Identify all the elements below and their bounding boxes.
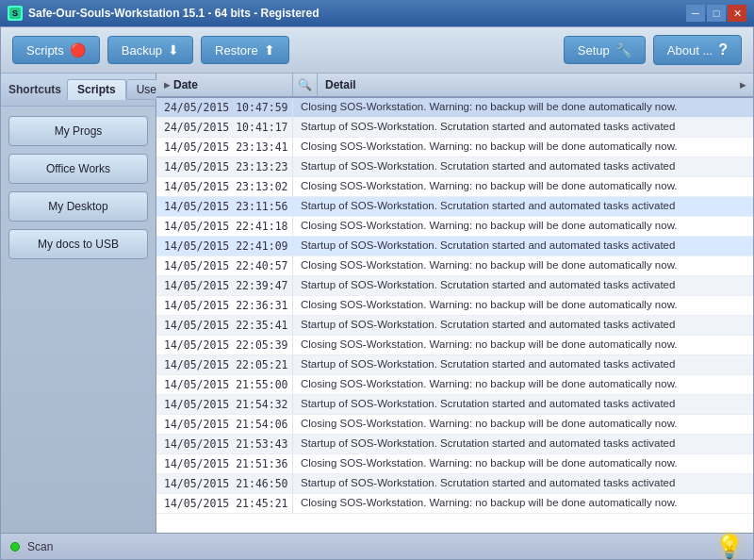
log-row[interactable]: 14/05/2015 21:54:06Closing SOS-Workstati… [156,415,753,435]
sidebar-nav-my-docs-usb[interactable]: My docs to USB [8,229,148,259]
backup-icon: ⬇ [168,42,179,58]
log-cell-detail: Startup of SOS-Workstation. Scrutation s… [293,237,753,255]
sidebar-nav-my-desktop[interactable]: My Desktop [8,191,148,222]
log-cell-date: 14/05/2015 23:11:56 [156,197,293,216]
restore-label: Restore [215,43,258,58]
log-row[interactable]: 14/05/2015 21:54:32Startup of SOS-Workst… [156,395,753,415]
log-col-date-header: ▶ Date [156,74,293,96]
setup-icon: 🔧 [615,42,631,58]
log-cell-detail: Startup of SOS-Workstation. Scrutation s… [293,118,753,137]
scripts-icon: 🔴 [70,42,86,58]
log-row[interactable]: 14/05/2015 22:36:31Closing SOS-Workstati… [156,296,753,316]
status-dot [10,542,20,552]
log-cell-date: 14/05/2015 21:45:21 [156,494,293,513]
log-cell-date: 24/05/2015 10:47:59 [156,98,293,117]
log-cell-date: 14/05/2015 21:51:36 [156,454,293,473]
log-row[interactable]: 14/05/2015 23:13:41Closing SOS-Workstati… [156,138,753,157]
log-cell-detail: Closing SOS-Workstation. Warning: no bac… [293,336,753,354]
log-cell-date: 14/05/2015 23:13:23 [156,157,293,176]
log-cell-detail: Startup of SOS-Workstation. Scrutation s… [293,157,753,176]
log-row[interactable]: 14/05/2015 22:35:41Startup of SOS-Workst… [156,316,753,336]
log-cell-detail: Startup of SOS-Workstation. Scrutation s… [293,395,753,414]
log-row[interactable]: 14/05/2015 23:11:56Startup of SOS-Workst… [156,197,753,217]
log-header: ▶ Date 🔍 Detail ▶ [156,74,753,98]
log-row[interactable]: 24/05/2015 10:41:17Startup of SOS-Workst… [156,118,753,138]
log-cell-date: 14/05/2015 21:46:50 [156,474,293,493]
about-button[interactable]: About ... ? [653,35,742,65]
log-cell-date: 14/05/2015 22:39:47 [156,276,293,295]
log-row[interactable]: 14/05/2015 22:05:21Startup of SOS-Workst… [156,355,753,375]
detail-expand-icon: ▶ [740,81,746,90]
log-row[interactable]: 14/05/2015 22:05:39Closing SOS-Workstati… [156,336,753,355]
log-row[interactable]: 14/05/2015 22:41:18Closing SOS-Workstati… [156,217,753,237]
log-cell-date: 14/05/2015 22:36:31 [156,296,293,315]
sidebar-nav-office-works[interactable]: Office Works [8,154,148,184]
window-title: Safe-Our-Souls-Workstation 15.1 - 64 bit… [28,7,686,20]
scripts-button[interactable]: Scripts 🔴 [12,36,100,64]
content-area: Shortcuts Scripts User My ProgsOffice Wo… [1,74,753,533]
scripts-label: Scripts [26,43,64,58]
log-row[interactable]: 14/05/2015 21:46:50Startup of SOS-Workst… [156,474,753,494]
log-row[interactable]: 14/05/2015 21:51:36Closing SOS-Workstati… [156,454,753,474]
log-cell-detail: Closing SOS-Workstation. Warning: no bac… [293,415,753,434]
log-cell-detail: Closing SOS-Workstation. Warning: no bac… [293,217,753,236]
log-cell-detail: Startup of SOS-Workstation. Scrutation s… [293,316,753,335]
log-cell-date: 14/05/2015 22:35:41 [156,316,293,335]
window-controls: ─ □ ✕ [686,5,746,22]
log-row[interactable]: 14/05/2015 23:13:23Startup of SOS-Workst… [156,157,753,177]
shortcuts-label: Shortcuts [8,83,61,96]
main-window: Scripts 🔴 Backup ⬇ Restore ⬆ Setup 🔧 Abo… [0,26,754,560]
close-button[interactable]: ✕ [728,5,746,22]
log-cell-detail: Startup of SOS-Workstation. Scrutation s… [293,276,753,295]
backup-button[interactable]: Backup ⬇ [107,36,193,64]
log-row[interactable]: 14/05/2015 22:40:57Closing SOS-Workstati… [156,256,753,276]
setup-label: Setup [578,43,610,58]
log-cell-date: 14/05/2015 21:54:06 [156,415,293,434]
tab-scripts[interactable]: Scripts [67,79,126,100]
log-row[interactable]: 14/05/2015 21:53:43Startup of SOS-Workst… [156,435,753,454]
sidebar-header: Shortcuts Scripts User [1,74,156,107]
log-cell-detail: Closing SOS-Workstation. Warning: no bac… [293,256,753,275]
log-cell-date: 14/05/2015 21:54:32 [156,395,293,414]
log-body[interactable]: 24/05/2015 10:47:59Closing SOS-Workstati… [156,98,753,533]
window-icon: S [8,6,23,21]
minimize-button[interactable]: ─ [686,5,705,22]
log-cell-detail: Startup of SOS-Workstation. Scrutation s… [293,197,753,216]
toolbar: Scripts 🔴 Backup ⬇ Restore ⬆ Setup 🔧 Abo… [1,27,753,74]
log-cell-date: 24/05/2015 10:41:17 [156,118,293,137]
log-row[interactable]: 14/05/2015 22:39:47Startup of SOS-Workst… [156,276,753,296]
maximize-button[interactable]: □ [707,5,726,22]
title-bar: S Safe-Our-Souls-Workstation 15.1 - 64 b… [0,0,754,26]
sidebar-nav-my-progs[interactable]: My Progs [8,116,148,146]
log-row[interactable]: 14/05/2015 21:55:00Closing SOS-Workstati… [156,375,753,395]
log-cell-date: 14/05/2015 21:53:43 [156,435,293,453]
status-text: Scan [27,540,53,553]
log-cell-date: 14/05/2015 22:05:39 [156,336,293,354]
log-search-icon[interactable]: 🔍 [293,74,318,96]
log-row[interactable]: 14/05/2015 23:13:02Closing SOS-Workstati… [156,177,753,197]
log-cell-date: 14/05/2015 22:40:57 [156,256,293,275]
log-row[interactable]: 24/05/2015 10:47:59Closing SOS-Workstati… [156,98,753,118]
log-cell-detail: Startup of SOS-Workstation. Scrutation s… [293,435,753,453]
backup-label: Backup [122,43,162,58]
log-row[interactable]: 14/05/2015 22:41:09Startup of SOS-Workst… [156,237,753,256]
log-cell-date: 14/05/2015 23:13:41 [156,138,293,156]
log-cell-date: 14/05/2015 23:13:02 [156,177,293,196]
restore-button[interactable]: Restore ⬆ [201,36,289,64]
log-cell-detail: Closing SOS-Workstation. Warning: no bac… [293,98,753,117]
log-row[interactable]: 14/05/2015 21:45:21Closing SOS-Workstati… [156,494,753,514]
sidebar: Shortcuts Scripts User My ProgsOffice Wo… [1,74,156,533]
log-cell-date: 14/05/2015 22:41:09 [156,237,293,255]
log-cell-detail: Closing SOS-Workstation. Warning: no bac… [293,138,753,156]
log-cell-detail: Closing SOS-Workstation. Warning: no bac… [293,454,753,473]
about-label: About ... [667,43,713,58]
log-cell-date: 14/05/2015 22:05:21 [156,355,293,374]
sidebar-nav: My ProgsOffice WorksMy DesktopMy docs to… [1,107,156,269]
log-cell-detail: Closing SOS-Workstation. Warning: no bac… [293,296,753,315]
log-cell-date: 14/05/2015 21:55:00 [156,375,293,394]
log-cell-date: 14/05/2015 22:41:18 [156,217,293,236]
log-cell-detail: Closing SOS-Workstation. Warning: no bac… [293,375,753,394]
log-area: ▶ Date 🔍 Detail ▶ 24/05/2015 10:47:59Clo… [156,74,753,533]
setup-button[interactable]: Setup 🔧 [564,36,646,64]
restore-icon: ⬆ [264,42,275,58]
